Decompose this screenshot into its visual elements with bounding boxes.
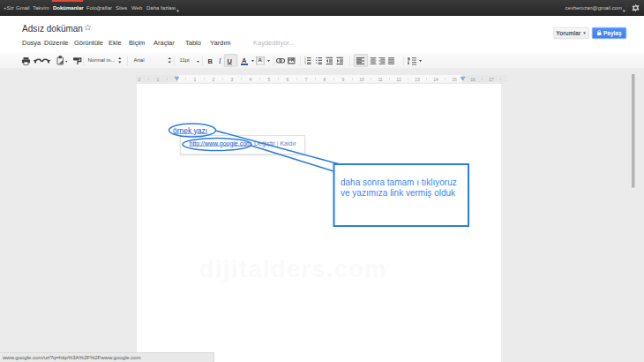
svg-text:U: U <box>228 57 232 65</box>
svg-text:I: I <box>218 57 221 65</box>
svg-text:A: A <box>242 57 247 64</box>
svg-text:A: A <box>258 57 263 63</box>
svg-text:B: B <box>208 57 213 65</box>
svg-text:3: 3 <box>304 62 306 65</box>
